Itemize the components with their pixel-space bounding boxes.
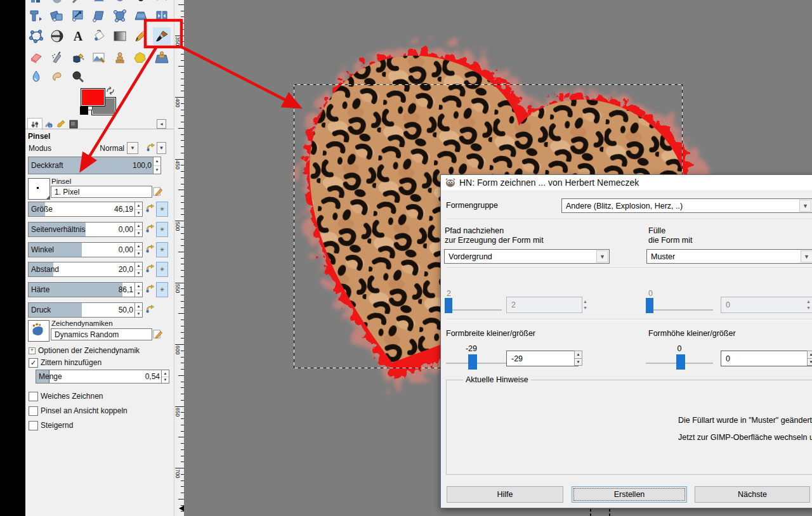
slider1-track[interactable] (445, 309, 502, 311)
slider2-track[interactable] (646, 309, 713, 311)
clipped-tool-icon[interactable] (48, 0, 66, 6)
spacing-dynamics-toggle[interactable]: ✳ (156, 262, 168, 277)
jitter-label: Zittern hinzufügen (41, 358, 102, 367)
dynamics-name-input[interactable]: Dynamics Random (51, 328, 152, 340)
angle-reset-icon[interactable] (145, 244, 155, 254)
dock-collapse-button[interactable]: ◂ (157, 119, 166, 129)
aspect-dynamics-toggle[interactable]: ✳ (156, 222, 168, 237)
clipped-tool-icon[interactable] (153, 0, 171, 6)
dynamics-options-expander[interactable]: + (29, 347, 36, 354)
swap-colors-icon[interactable] (106, 86, 115, 95)
slider1-thumb[interactable] (445, 298, 452, 313)
brush-preview[interactable] (28, 178, 50, 200)
eraser-tool[interactable] (27, 49, 45, 67)
slider1-entry[interactable]: 2 (506, 297, 582, 313)
text-tool[interactable]: A (69, 27, 87, 45)
scale-tool[interactable] (69, 7, 87, 25)
handle-transform-tool[interactable] (111, 7, 129, 25)
rotate-tool[interactable] (48, 7, 66, 25)
perspective-clone-tool[interactable] (153, 49, 171, 67)
slider2-entry[interactable]: 0 (721, 297, 812, 313)
gradient-tool[interactable] (111, 27, 129, 45)
chevron-down-icon[interactable]: ▼ (801, 250, 812, 262)
force-reset-icon[interactable] (145, 304, 155, 314)
hardness-slider[interactable]: Härte 86,1 ▲▼ (28, 282, 143, 297)
cage-transform-tool[interactable] (27, 27, 45, 45)
paint-mode-switch-dropdown[interactable]: ▼ (157, 142, 166, 154)
fuelle-combo[interactable]: Muster ▼ (646, 249, 812, 264)
dynamics-preview[interactable] (28, 320, 49, 342)
angle-dynamics-toggle[interactable]: ✳ (156, 242, 168, 257)
opacity-slider[interactable]: Deckkraft 100,0 ▲▼ (28, 157, 161, 174)
paintbrush-tool[interactable] (153, 27, 171, 45)
pencil-tool[interactable] (132, 27, 150, 45)
bucket-fill-tool[interactable] (90, 27, 108, 45)
clipped-tool-icon[interactable] (111, 0, 129, 6)
blur-sharpen-tool[interactable] (27, 68, 45, 86)
angle-slider[interactable]: Winkel 0,00 ▲▼ (28, 242, 143, 257)
perspective-tool[interactable] (132, 7, 150, 25)
spacing-slider[interactable]: Abstand 20,0 ▲▼ (28, 262, 143, 277)
pfad-combo[interactable]: Vordergrund ▼ (444, 249, 610, 264)
ink-tool[interactable] (69, 49, 87, 67)
slider2-spinner[interactable]: ▲▼ (805, 299, 812, 310)
dynamics-edit-button[interactable] (152, 328, 164, 339)
brush-name-input[interactable]: 1. Pixel (51, 186, 152, 198)
heal-tool[interactable] (111, 49, 129, 67)
slider1-spinner[interactable]: ▲▼ (582, 299, 589, 310)
formbreite-spinbuttons[interactable]: ▲▼ (574, 351, 582, 366)
warp-transform-tool[interactable] (48, 27, 66, 45)
clipped-tool-icon[interactable] (27, 0, 45, 6)
flip-tool[interactable] (153, 7, 171, 25)
hardness-reset-icon[interactable] (145, 284, 155, 294)
formhoehe-thumb[interactable] (676, 354, 685, 370)
left-black-strip (0, 0, 25, 516)
default-colors-black[interactable] (80, 106, 88, 115)
erstellen-button[interactable]: Erstellen (572, 486, 687, 503)
chevron-down-icon[interactable]: ▼ (596, 250, 608, 262)
clone-tool[interactable] (90, 49, 108, 67)
clipped-tool-icon[interactable] (132, 0, 150, 6)
clipped-tool-icon[interactable] (90, 0, 108, 6)
jitter-amount-slider[interactable]: Menge 0,54 ▲▼ (36, 370, 169, 384)
force-slider[interactable]: Druck 50,0 ▲▼ (28, 302, 143, 318)
formhoehe-spinbuttons[interactable]: ▲▼ (807, 351, 812, 366)
ruler-label: 600 (175, 345, 180, 354)
mode-dropdown-button[interactable]: ▼ (127, 142, 138, 154)
foreground-color-swatch[interactable] (81, 88, 105, 106)
brush-edit-button[interactable] (152, 185, 164, 197)
incremental-checkbox[interactable] (29, 421, 38, 430)
vertical-ruler[interactable]: 350400450500550600650700 (174, 0, 185, 516)
mode-value[interactable]: Normal (25, 144, 124, 153)
size-reset-icon[interactable] (145, 203, 155, 214)
airbrush-tool[interactable] (48, 49, 66, 67)
dialog-titlebar[interactable]: HN: Form zeichnen ... von Herbert Nemecz… (441, 175, 812, 190)
formbreite-entry[interactable]: -29 (506, 351, 579, 366)
slider2-value-label: 0 (648, 289, 653, 298)
smudge-tool[interactable] (48, 68, 66, 86)
hilfe-button[interactable]: Hilfe (447, 486, 563, 503)
chevron-down-icon[interactable]: ▼ (799, 200, 811, 212)
soft-paint-checkbox[interactable] (29, 392, 38, 401)
mode-reset-icon[interactable] (145, 143, 155, 153)
align-tool[interactable] (27, 7, 45, 25)
hardness-dynamics-toggle[interactable]: ✳ (156, 282, 168, 297)
formbreite-track[interactable] (446, 363, 511, 364)
shear-tool[interactable] (90, 7, 108, 25)
aspect-slider[interactable]: Seitenverhältnis 0,00 ▲▼ (28, 222, 143, 237)
dodge-burn-tool[interactable] (69, 68, 87, 86)
spacing-reset-icon[interactable] (145, 264, 155, 274)
clipped-tool-icon[interactable] (69, 0, 87, 6)
size-slider[interactable]: Größe 46,19 ▲▼ (28, 202, 143, 217)
formhoehe-entry[interactable]: 0 (721, 351, 812, 366)
aspect-reset-icon[interactable] (145, 224, 155, 234)
size-dynamics-toggle[interactable]: ✳ (156, 202, 168, 217)
formengruppe-combo[interactable]: Andere (Blitz, Explosion, Herz, ..) ▼ (561, 198, 812, 213)
lock-brush-checkbox[interactable] (29, 406, 38, 416)
jitter-checkbox[interactable]: ✓ (29, 358, 38, 368)
slider2-thumb[interactable] (646, 298, 653, 313)
naechste-button[interactable]: Nächste (695, 486, 810, 503)
opacity-spinner[interactable]: ▲▼ (153, 157, 160, 174)
formbreite-thumb[interactable] (468, 354, 477, 370)
mypaint-brush-tool[interactable] (132, 49, 150, 67)
